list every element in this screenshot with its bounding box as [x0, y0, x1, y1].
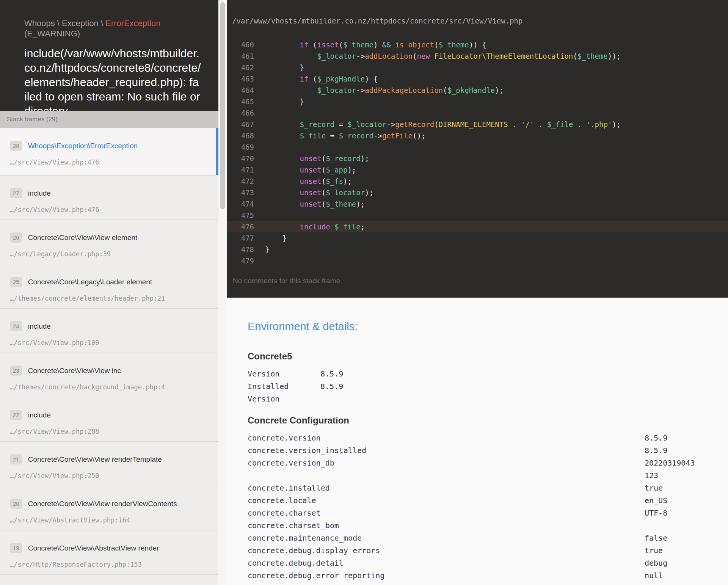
- frame-head: 20Concrete\Core\View\View renderViewCont…: [10, 499, 209, 509]
- source-file-path: /var/www/vhosts/mtbuilder.co.nz/httpdocs…: [232, 17, 522, 25]
- code-text: unset($_app);: [260, 164, 356, 176]
- frame-head: 23Concrete\Core\View\View inc: [10, 365, 209, 376]
- frame-head: 19Concrete\Core\View\AbstractView render: [10, 543, 209, 553]
- exception-hierarchy: Whoops \ Exception \ ErrorException (E_W…: [24, 18, 201, 39]
- env-key: concrete.version: [248, 432, 645, 444]
- code-text: [260, 141, 269, 153]
- config-row: concrete.debug.display_errorstrue: [248, 544, 698, 557]
- env-value: false: [645, 532, 698, 544]
- line-number: 461: [227, 50, 260, 62]
- frame-number-badge: 28: [10, 141, 22, 151]
- code-text: unset($_theme);: [260, 198, 365, 210]
- config-row: concrete.localeen_US: [248, 494, 698, 507]
- env-key: concrete.proxy.host: [248, 582, 645, 585]
- code-line-463: 463 if ($_pkgHandle) {: [227, 73, 728, 85]
- frame-number-badge: 26: [10, 232, 22, 243]
- frame-file-path: …/themes/concrete/elements/header.php:21: [10, 295, 209, 302]
- line-number: 468: [227, 130, 260, 141]
- line-number: 467: [227, 119, 260, 130]
- stack-frame-26[interactable]: 26Concrete\Core\View\View element…/src/L…: [0, 220, 218, 264]
- sidebar-scrollbar-track[interactable]: [218, 0, 227, 585]
- frame-number-badge: 19: [10, 543, 22, 553]
- stack-frame-28[interactable]: 28Whoops\Exception\ErrorException…/src/V…: [0, 128, 218, 176]
- line-number: 476: [227, 221, 260, 232]
- code-text: unset($_locator);: [260, 187, 373, 198]
- line-number: 477: [227, 232, 260, 244]
- env-value: en_US: [645, 494, 698, 507]
- concrete5-table: Version8.5.9Installed Version8.5.9: [248, 368, 437, 405]
- environment-section: Environment & details: Concrete5 Version…: [227, 298, 728, 585]
- config-row: concrete.maintenance_modefalse: [248, 532, 698, 544]
- code-line-468: 468 $_file = $_record->getFile();: [227, 130, 728, 141]
- stack-sidebar: Whoops \ Exception \ ErrorException (E_W…: [0, 0, 218, 585]
- code-line-462: 462 }: [227, 62, 728, 73]
- frame-title: Concrete\Core\Legacy\Loader element: [28, 278, 152, 286]
- config-row: concrete.version_db20220319043123: [248, 457, 698, 482]
- env-value: 20220319043123: [645, 457, 698, 482]
- env-key: concrete.locale: [248, 494, 645, 507]
- frame-number-badge: 22: [10, 410, 22, 420]
- frame-file-path: …/src/View/View.php:476: [10, 158, 209, 166]
- stack-frame-22[interactable]: 22include…/src/View/View.php:288: [0, 397, 218, 442]
- code-line-478: 478}: [227, 244, 728, 255]
- code-line-473: 473 unset($_locator);: [227, 187, 728, 198]
- code-text: $_file = $_record->getFile();: [260, 130, 425, 141]
- stack-frame-19[interactable]: 19Concrete\Core\View\AbstractView render…: [0, 530, 218, 575]
- code-line-475: 475: [227, 210, 728, 221]
- stack-frame-27[interactable]: 27include…/src/View/View.php:476: [0, 176, 218, 220]
- code-text: [260, 210, 269, 221]
- frame-title: Concrete\Core\View\AbstractView render: [28, 544, 159, 552]
- line-number: 478: [227, 244, 260, 255]
- env-key: concrete.debug.display_errors: [248, 544, 645, 557]
- config-row: concrete.version_installed8.5.9: [248, 444, 698, 457]
- code-line-464: 464 $_locator->addPackageLocation($_pkgH…: [227, 85, 728, 96]
- environment-title: Environment & details:: [248, 320, 719, 333]
- code-line-476: 476 include $_file;: [227, 221, 728, 232]
- frame-title: Concrete\Core\View\View renderTemplate: [28, 455, 162, 464]
- code-line-469: 469: [227, 141, 728, 153]
- frame-title: Concrete\Core\View\View element: [28, 234, 138, 242]
- env-value: 8.5.9: [645, 432, 698, 444]
- env-value: true: [645, 482, 698, 494]
- frame-title: include: [28, 322, 51, 331]
- frame-title: Concrete\Core\View\View renderViewConten…: [28, 500, 177, 508]
- line-number: 462: [227, 62, 260, 73]
- code-line-471: 471 unset($_app);: [227, 164, 728, 176]
- code-text: unset($_record);: [260, 153, 369, 164]
- code-viewer: 460 if (isset($_theme) && is_object($_th…: [227, 39, 728, 267]
- code-line-460: 460 if (isset($_theme) && is_object($_th…: [227, 39, 728, 50]
- divider: [248, 341, 719, 341]
- sidebar-scrollbar-thumb[interactable]: [220, 2, 225, 209]
- stack-frame-24[interactable]: 24include…/src/View/View.php:109: [0, 309, 218, 353]
- concrete-configuration-table: concrete.version8.5.9concrete.version_in…: [248, 432, 698, 585]
- frame-file-path: …/src/View/View.php:288: [10, 428, 209, 435]
- stack-frame-25[interactable]: 25Concrete\Core\Legacy\Loader element…/t…: [0, 264, 218, 309]
- frame-title: include: [28, 189, 51, 198]
- env-value: true: [645, 544, 698, 557]
- line-number: 460: [227, 39, 260, 50]
- stack-frame-18[interactable]: 18: [0, 575, 218, 585]
- exception-header: Whoops \ Exception \ ErrorException (E_W…: [0, 0, 218, 111]
- code-text: unset($_fs);: [260, 176, 352, 187]
- code-text: $_locator->addPackageLocation($_pkgHandl…: [260, 85, 504, 96]
- frame-number-badge: 23: [10, 365, 22, 376]
- frame-number-badge: 21: [10, 454, 22, 464]
- stack-frames-list: 28Whoops\Exception\ErrorException…/src/V…: [0, 128, 218, 585]
- frame-file-path: …/src/View/View.php:476: [10, 206, 209, 213]
- frame-file-path: …/src/Http/ResponseFactory.php:153: [10, 561, 209, 568]
- stack-frame-23[interactable]: 23Concrete\Core\View\View inc…/themes/co…: [0, 353, 218, 397]
- config-row: concrete.charset_bom: [248, 519, 698, 532]
- frame-head: 21Concrete\Core\View\View renderTemplate: [10, 454, 209, 464]
- line-number: 469: [227, 141, 260, 153]
- code-text: }: [260, 96, 304, 107]
- stack-frame-21[interactable]: 21Concrete\Core\View\View renderTemplate…: [0, 442, 218, 486]
- frame-file-path: …/src/Legacy/Loader.php:39: [10, 250, 209, 258]
- exception-namespace: Whoops \ Exception \: [24, 19, 105, 28]
- line-number: 466: [227, 107, 260, 119]
- env-value: UTF-8: [645, 507, 698, 519]
- env-value: null: [645, 582, 698, 585]
- env-key: concrete.installed: [248, 482, 645, 494]
- stack-frame-20[interactable]: 20Concrete\Core\View\View renderViewCont…: [0, 486, 218, 530]
- code-line-461: 461 $_locator->addLocation(new FileLocat…: [227, 50, 728, 62]
- code-text: $_locator->addLocation(new FileLocator\T…: [260, 50, 621, 62]
